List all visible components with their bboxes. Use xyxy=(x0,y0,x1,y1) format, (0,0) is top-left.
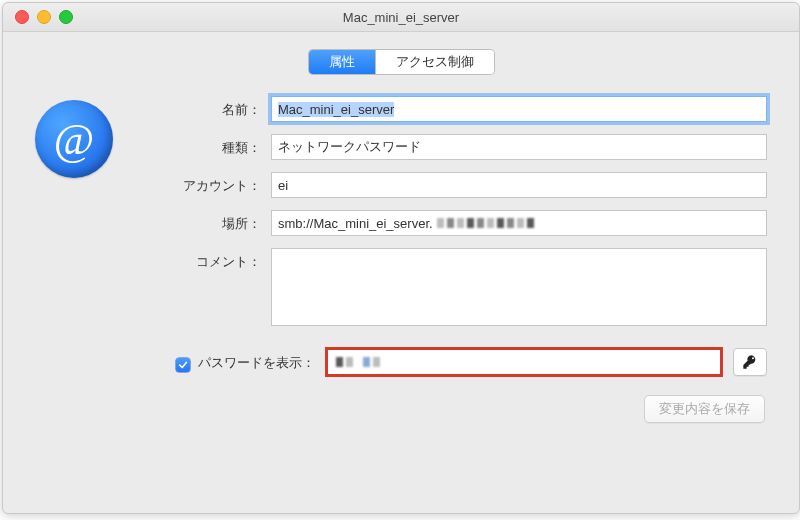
password-obscured xyxy=(336,357,380,367)
key-icon xyxy=(742,354,758,370)
location-field[interactable]: smb://Mac_mini_ei_server. xyxy=(271,210,767,236)
tab-bar: 属性 アクセス制御 xyxy=(309,50,494,74)
content-area: 属性 アクセス制御 @ 名前： Mac_mini_ei_server 種類： xyxy=(3,32,799,513)
tab-access-control[interactable]: アクセス制御 xyxy=(375,50,494,74)
row-show-password: パスワードを表示： xyxy=(135,347,767,377)
kind-field[interactable] xyxy=(271,134,767,160)
check-icon xyxy=(178,360,188,370)
password-assistant-button[interactable] xyxy=(733,348,767,376)
row-kind: 種類： xyxy=(135,134,767,160)
label-show-password: パスワードを表示： xyxy=(135,347,325,372)
location-prefix: smb://Mac_mini_ei_server. xyxy=(278,216,433,231)
row-name: 名前： Mac_mini_ei_server xyxy=(135,96,767,122)
at-sign-icon: @ xyxy=(35,100,113,178)
form-area: @ 名前： Mac_mini_ei_server 種類： xyxy=(35,96,767,423)
name-selection: Mac_mini_ei_server xyxy=(278,102,394,117)
label-location: 場所： xyxy=(135,210,271,233)
label-name: 名前： xyxy=(135,96,271,119)
account-field[interactable] xyxy=(271,172,767,198)
avatar-glyph: @ xyxy=(54,114,95,165)
row-comment: コメント： xyxy=(135,248,767,329)
keychain-item-window: Mac_mini_ei_server 属性 アクセス制御 @ 名前： Mac_m… xyxy=(2,2,800,514)
footer: 変更内容を保存 xyxy=(135,395,767,423)
tab-attributes[interactable]: 属性 xyxy=(309,50,375,74)
fields: 名前： Mac_mini_ei_server 種類： アカウント： xyxy=(135,96,767,423)
show-password-text: パスワードを表示： xyxy=(198,354,315,372)
comment-field[interactable] xyxy=(271,248,767,326)
show-password-checkbox[interactable] xyxy=(176,358,190,372)
save-changes-button[interactable]: 変更内容を保存 xyxy=(644,395,765,423)
row-location: 場所： smb://Mac_mini_ei_server. xyxy=(135,210,767,236)
row-account: アカウント： xyxy=(135,172,767,198)
name-field[interactable]: Mac_mini_ei_server xyxy=(271,96,767,122)
password-field[interactable] xyxy=(325,347,723,377)
window-title: Mac_mini_ei_server xyxy=(3,10,799,25)
titlebar: Mac_mini_ei_server xyxy=(3,3,799,32)
label-comment: コメント： xyxy=(135,248,271,271)
label-kind: 種類： xyxy=(135,134,271,157)
location-obscured xyxy=(437,218,534,228)
label-account: アカウント： xyxy=(135,172,271,195)
